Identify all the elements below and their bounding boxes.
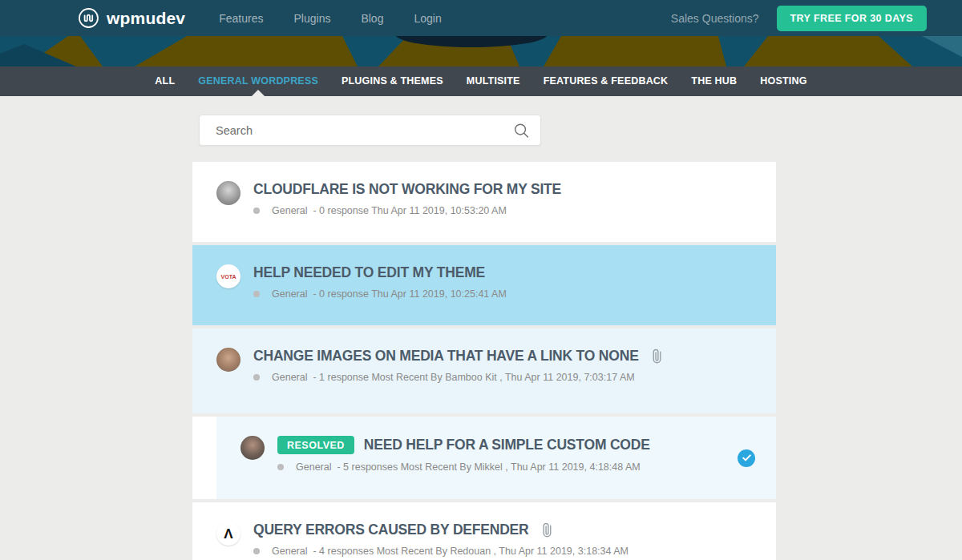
- sunburst-artwork: [0, 36, 962, 66]
- status-dot-icon: [253, 548, 260, 554]
- topic-info: - 4 responses Most Recent By Redouan , T…: [313, 546, 629, 557]
- top-navigation: wpmudev Features Plugins Blog Login Sale…: [0, 0, 962, 36]
- avatar-logo-text: Λ: [224, 527, 232, 541]
- topic-title[interactable]: HELP NEEDED TO EDIT MY THEME: [253, 264, 485, 281]
- topic-row[interactable]: Λ QUERY ERRORS CAUSED BY DEFENDER Genera…: [192, 502, 776, 560]
- try-free-button[interactable]: TRY FREE FOR 30 DAYS: [777, 6, 927, 31]
- tab-general-wordpress[interactable]: GENERAL WORDPRESS: [198, 66, 318, 96]
- topic-main: HELP NEEDED TO EDIT MY THEME General - 0…: [253, 264, 755, 325]
- topic-info: - 1 response Most Recent By Bamboo Kit ,…: [313, 372, 634, 383]
- topic-meta: General - 0 response Thu Apr 11 2019, 10…: [253, 288, 755, 300]
- topic-row-resolved[interactable]: RESOLVED NEED HELP FOR A SIMPLE CUSTOM C…: [192, 417, 776, 499]
- topic-info: - 5 responses Most Recent By Mikkel , Th…: [337, 461, 640, 473]
- sales-questions-link[interactable]: Sales Questions?: [671, 12, 759, 25]
- tab-multisite[interactable]: MULTISITE: [467, 66, 520, 96]
- tab-hosting[interactable]: HOSTING: [760, 66, 806, 96]
- paperclip-icon: [647, 346, 666, 365]
- topic-meta: General - 5 responses Most Recent By Mik…: [277, 461, 755, 473]
- brand-name[interactable]: wpmudev: [107, 9, 185, 28]
- tab-the-hub[interactable]: THE HUB: [691, 66, 737, 96]
- topic-main: QUERY ERRORS CAUSED BY DEFENDER General …: [253, 522, 755, 560]
- nav-link-plugins[interactable]: Plugins: [294, 12, 331, 25]
- topic-category: General: [296, 461, 331, 473]
- search-icon[interactable]: [514, 123, 529, 138]
- nav-link-blog[interactable]: Blog: [361, 12, 383, 25]
- status-dot-icon: [277, 464, 284, 470]
- topic-title[interactable]: QUERY ERRORS CAUSED BY DEFENDER: [253, 522, 529, 538]
- topic-category: General: [272, 288, 307, 300]
- tab-plugins-themes[interactable]: PLUGINS & THEMES: [342, 66, 443, 96]
- topic-main: CHANGE IMAGES ON MEDIA THAT HAVE A LINK …: [253, 348, 755, 413]
- search-input[interactable]: [200, 115, 540, 145]
- resolved-check-icon: [738, 449, 755, 467]
- main-content: CLOUDFLARE IS NOT WORKING FOR MY SITE Ge…: [0, 96, 962, 560]
- hero-banner: [0, 36, 962, 66]
- status-dot-icon: [253, 207, 260, 214]
- avatar[interactable]: [216, 348, 240, 372]
- topic-title[interactable]: CLOUDFLARE IS NOT WORKING FOR MY SITE: [253, 181, 561, 198]
- topnav-links: Features Plugins Blog Login: [219, 12, 441, 25]
- topic-main: CLOUDFLARE IS NOT WORKING FOR MY SITE Ge…: [253, 181, 755, 242]
- topic-title[interactable]: CHANGE IMAGES ON MEDIA THAT HAVE A LINK …: [253, 348, 639, 365]
- nav-link-features[interactable]: Features: [219, 12, 263, 25]
- topic-meta: General - 0 response Thu Apr 11 2019, 10…: [253, 205, 755, 216]
- avatar[interactable]: Λ: [216, 522, 240, 546]
- avatar[interactable]: [216, 181, 240, 205]
- topic-meta: General - 1 response Most Recent By Bamb…: [253, 372, 755, 383]
- topic-row-highlighted[interactable]: VOTA HELP NEEDED TO EDIT MY THEME Genera…: [192, 245, 776, 325]
- status-dot-icon: [253, 291, 260, 297]
- wpmudev-logo[interactable]: wpmudev: [78, 7, 185, 29]
- topic-category: General: [272, 205, 307, 216]
- tab-features-feedback[interactable]: FEATURES & FEEDBACK: [544, 66, 669, 96]
- topic-meta: General - 4 responses Most Recent By Red…: [253, 546, 755, 557]
- reply-panel: RESOLVED NEED HELP FOR A SIMPLE CUSTOM C…: [216, 417, 776, 499]
- avatar[interactable]: VOTA: [216, 264, 240, 288]
- topic-row[interactable]: CHANGE IMAGES ON MEDIA THAT HAVE A LINK …: [192, 328, 776, 413]
- resolved-badge: RESOLVED: [277, 436, 354, 454]
- topic-main: RESOLVED NEED HELP FOR A SIMPLE CUSTOM C…: [277, 436, 755, 499]
- topic-category: General: [272, 372, 307, 383]
- topic-row[interactable]: CLOUDFLARE IS NOT WORKING FOR MY SITE Ge…: [192, 162, 776, 242]
- topic-info: - 0 response Thu Apr 11 2019, 10:25:41 A…: [313, 288, 506, 300]
- status-dot-icon: [253, 374, 260, 381]
- paperclip-icon: [537, 520, 556, 539]
- topic-list: CLOUDFLARE IS NOT WORKING FOR MY SITE Ge…: [192, 162, 776, 560]
- wpmudev-logo-icon: [78, 7, 99, 29]
- topic-info: - 0 response Thu Apr 11 2019, 10:53:20 A…: [313, 205, 506, 216]
- topic-category: General: [272, 546, 307, 557]
- search-box: [199, 115, 541, 146]
- nav-link-login[interactable]: Login: [414, 12, 441, 25]
- avatar-logo-text: VOTA: [221, 274, 236, 280]
- category-tabbar: ALL GENERAL WORDPRESS PLUGINS & THEMES M…: [0, 66, 962, 96]
- tab-all[interactable]: ALL: [155, 66, 175, 96]
- topic-title[interactable]: NEED HELP FOR A SIMPLE CUSTOM CODE: [364, 437, 650, 453]
- avatar[interactable]: [240, 436, 265, 460]
- topnav-right: Sales Questions? TRY FREE FOR 30 DAYS: [671, 6, 927, 31]
